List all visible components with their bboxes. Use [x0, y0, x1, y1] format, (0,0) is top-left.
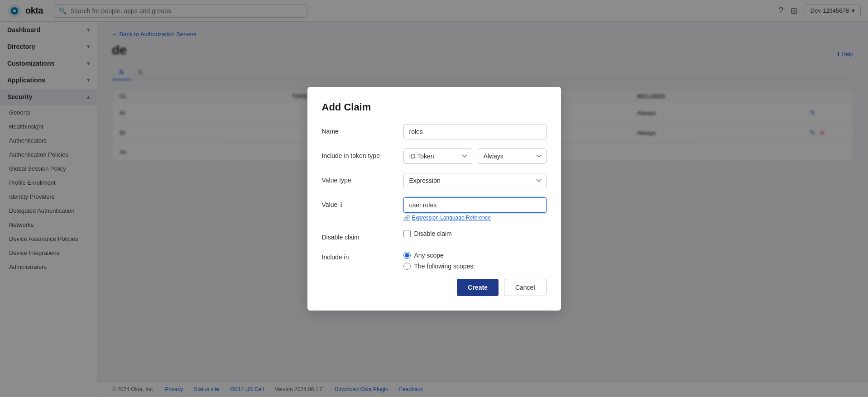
include-in-control: Any scope The following scopes:: [403, 250, 547, 270]
any-scope-radio-label[interactable]: Any scope: [403, 252, 547, 259]
token-type-label: Include in token type: [322, 148, 403, 159]
include-in-radio-group: Any scope The following scopes:: [403, 250, 547, 270]
name-input[interactable]: [403, 124, 547, 139]
disable-claim-control: Disable claim: [403, 230, 547, 237]
token-type-control: ID Token Access Token Any Always Conditi…: [403, 148, 547, 164]
name-label: Name: [322, 124, 403, 135]
modal-overlay: Add Claim Name Include in token type ID …: [0, 0, 868, 397]
any-scope-radio[interactable]: [403, 252, 411, 259]
value-label: Value: [322, 201, 338, 208]
value-type-field-group: Value type Expression Groups Constant: [322, 173, 547, 188]
disable-claim-text: Disable claim: [414, 230, 452, 237]
disable-claim-label: Disable claim: [322, 230, 403, 241]
token-type-select[interactable]: ID Token Access Token Any: [403, 148, 472, 164]
disable-claim-field-group: Disable claim Disable claim: [322, 230, 547, 241]
value-control: 🔗 Expression Language Reference: [403, 197, 547, 221]
modal-title: Add Claim: [322, 101, 547, 113]
following-scopes-radio[interactable]: [403, 263, 411, 270]
following-scopes-text: The following scopes:: [414, 263, 475, 270]
value-type-select[interactable]: Expression Groups Constant: [403, 173, 547, 188]
include-when-select[interactable]: Always Conditionally: [478, 148, 547, 164]
name-control: [403, 124, 547, 139]
value-field-group: Value ℹ 🔗 Expression Language Reference: [322, 197, 547, 221]
disable-claim-checkbox[interactable]: [403, 230, 411, 237]
name-field-group: Name: [322, 124, 547, 139]
create-button[interactable]: Create: [457, 279, 499, 296]
cancel-button[interactable]: Cancel: [504, 279, 547, 296]
disable-claim-checkbox-label[interactable]: Disable claim: [403, 230, 547, 237]
expression-language-reference-link[interactable]: 🔗 Expression Language Reference: [403, 215, 547, 221]
add-claim-modal: Add Claim Name Include in token type ID …: [307, 87, 561, 311]
include-in-label: Include in: [322, 250, 403, 261]
any-scope-text: Any scope: [414, 252, 444, 259]
external-link-icon: 🔗: [403, 215, 410, 221]
value-input[interactable]: [403, 197, 547, 213]
value-info-icon: ℹ: [340, 201, 342, 208]
include-in-field-group: Include in Any scope The following scope…: [322, 250, 547, 270]
expr-link-label: Expression Language Reference: [412, 215, 491, 221]
value-type-label: Value type: [322, 173, 403, 184]
following-scopes-radio-label[interactable]: The following scopes:: [403, 263, 547, 270]
value-type-control: Expression Groups Constant: [403, 173, 547, 188]
modal-footer: Create Cancel: [322, 279, 547, 296]
token-type-field-group: Include in token type ID Token Access To…: [322, 148, 547, 164]
value-label-container: Value ℹ: [322, 197, 403, 208]
